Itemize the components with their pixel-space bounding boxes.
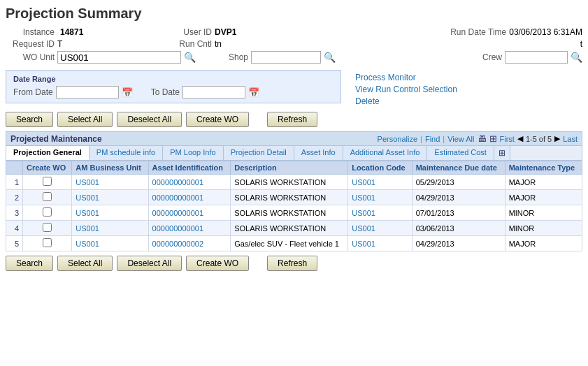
col-maintenance-due-date[interactable]: Maintenance Due date (412, 161, 505, 175)
table-row: 4 US001 000000000001 SOLARIS WORKSTATION… (6, 221, 582, 236)
location-code-2: US001 (348, 190, 412, 205)
find-link[interactable]: Find (425, 135, 440, 143)
col-asset-identification[interactable]: Asset Identification (148, 161, 231, 175)
view-run-control-link[interactable]: View Run Control Selection (355, 85, 457, 94)
projected-maintenance-header: Projected Maintenance Personalize | Find… (6, 131, 582, 146)
table-row: 2 US001 000000000001 SOLARIS WORKSTATION… (6, 190, 582, 205)
tab-estimated-cost[interactable]: Estimated Cost (427, 146, 494, 160)
to-date-cal-icon[interactable]: 📅 (248, 87, 259, 98)
top-toolbar: Search Select All Deselect All Create WO… (6, 112, 582, 127)
maintenance-due-date-5: 04/29/2013 (412, 236, 505, 251)
tab-pm-loop-info[interactable]: PM Loop Info (163, 146, 223, 160)
refresh-button-top[interactable]: Refresh (267, 112, 317, 127)
pagination-first[interactable]: First (500, 135, 515, 143)
maintenance-type-1: MAJOR (505, 175, 582, 190)
user-id-label: User ID (173, 27, 212, 37)
pagination-last[interactable]: Last (563, 135, 578, 143)
bottom-toolbar: Search Select All Deselect All Create WO… (6, 256, 582, 271)
shop-input[interactable] (251, 51, 321, 64)
create-wo-checkbox-1[interactable] (23, 175, 72, 190)
data-table: Create WO AM Business Unit Asset Identif… (6, 161, 582, 251)
run-date-value: 03/06/2013 6:31AM (509, 27, 582, 37)
delete-link[interactable]: Delete (355, 96, 457, 106)
run-cntl-value: tn (215, 39, 222, 49)
col-description[interactable]: Description (231, 161, 348, 175)
tab-pm-schedule-info[interactable]: PM schedule info (89, 146, 163, 160)
instance-label: Instance (6, 27, 55, 37)
asset-identification-3: 000000000001 (148, 205, 231, 221)
from-date-input[interactable] (56, 86, 119, 98)
wo-unit-input[interactable] (57, 51, 181, 64)
tab-asset-info[interactable]: Asset Info (294, 146, 343, 160)
tab-additional-asset-info[interactable]: Additional Asset Info (343, 146, 428, 160)
maintenance-due-date-4: 03/06/2013 (412, 221, 505, 236)
maintenance-type-4: MINOR (505, 221, 582, 236)
description-4: SOLARIS WORKSTATION (231, 221, 348, 236)
table-row: 1 US001 000000000001 SOLARIS WORKSTATION… (6, 175, 582, 190)
select-all-button-top[interactable]: Select All (57, 112, 113, 127)
col-row-num (6, 161, 23, 175)
create-wo-checkbox-3[interactable] (23, 205, 72, 221)
search-button-bottom[interactable]: Search (6, 256, 53, 271)
to-date-label: To Date (151, 87, 180, 97)
to-date-input[interactable] (182, 86, 245, 98)
request-id-label: Request ID (6, 39, 55, 49)
maintenance-due-date-2: 04/29/2013 (412, 190, 505, 205)
col-maintenance-type[interactable]: Maintenance Type (505, 161, 582, 175)
am-business-unit-5: US001 (72, 236, 148, 251)
maintenance-type-2: MAJOR (505, 190, 582, 205)
run-cntl-label: Run Cntl (173, 39, 212, 49)
date-range-box: Date Range From Date 📅 To Date 📅 (6, 70, 341, 103)
tabs-row: Projection General PM schedule info PM L… (6, 146, 582, 161)
refresh-button-bottom[interactable]: Refresh (267, 256, 317, 271)
crew-input[interactable] (505, 51, 568, 64)
t-value: t (580, 39, 582, 49)
description-3: SOLARIS WORKSTATION (231, 205, 348, 221)
col-location-code[interactable]: Location Code (348, 161, 412, 175)
tab-expand-icon[interactable]: ⊞ (494, 146, 510, 160)
from-date-label: From Date (13, 87, 53, 97)
create-wo-button-bottom[interactable]: Create WO (186, 256, 249, 271)
create-wo-button-top[interactable]: Create WO (186, 112, 249, 127)
deselect-all-button-bottom[interactable]: Deselect All (117, 256, 182, 271)
view-all-link[interactable]: View All (447, 135, 474, 143)
description-2: SOLARIS WORKSTATION (231, 190, 348, 205)
personalize-link[interactable]: Personalize (378, 135, 417, 143)
am-business-unit-3: US001 (72, 205, 148, 221)
create-wo-checkbox-2[interactable] (23, 190, 72, 205)
instance-value: 14871 (60, 27, 83, 37)
crew-label: Crew (482, 52, 502, 62)
wo-unit-lookup-icon[interactable]: 🔍 (184, 52, 196, 63)
create-wo-checkbox-4[interactable] (23, 221, 72, 236)
maintenance-type-3: MINOR (505, 205, 582, 221)
tab-projection-detail[interactable]: Projection Detail (224, 146, 294, 160)
asset-identification-4: 000000000001 (148, 221, 231, 236)
select-all-button-bottom[interactable]: Select All (57, 256, 113, 271)
row-num-5: 5 (6, 236, 23, 251)
process-monitor-link[interactable]: Process Monitor (355, 73, 457, 82)
crew-lookup-icon[interactable]: 🔍 (571, 52, 582, 63)
location-code-3: US001 (348, 205, 412, 221)
create-wo-checkbox-5[interactable] (23, 236, 72, 251)
tab-projection-general[interactable]: Projection General (6, 146, 89, 160)
am-business-unit-2: US001 (72, 190, 148, 205)
location-code-4: US001 (348, 221, 412, 236)
page-info: 1-5 of 5 (526, 135, 552, 143)
col-am-business-unit[interactable]: AM Business Unit (72, 161, 148, 175)
col-create-wo[interactable]: Create WO (23, 161, 72, 175)
asset-identification-2: 000000000001 (148, 190, 231, 205)
asset-identification-1: 000000000001 (148, 175, 231, 190)
shop-lookup-icon[interactable]: 🔍 (324, 52, 336, 63)
maintenance-due-date-1: 05/29/2013 (412, 175, 505, 190)
projected-maintenance-title: Projected Maintenance (10, 134, 102, 144)
table-row: 3 US001 000000000001 SOLARIS WORKSTATION… (6, 205, 582, 221)
from-date-cal-icon[interactable]: 📅 (122, 87, 133, 98)
am-business-unit-4: US001 (72, 221, 148, 236)
page-title: Projection Summary (6, 6, 582, 22)
location-code-5: US001 (348, 236, 412, 251)
deselect-all-button-top[interactable]: Deselect All (117, 112, 182, 127)
row-num-1: 1 (6, 175, 23, 190)
maintenance-type-5: MAJOR (505, 236, 582, 251)
am-business-unit-1: US001 (72, 175, 148, 190)
search-button-top[interactable]: Search (6, 112, 53, 127)
